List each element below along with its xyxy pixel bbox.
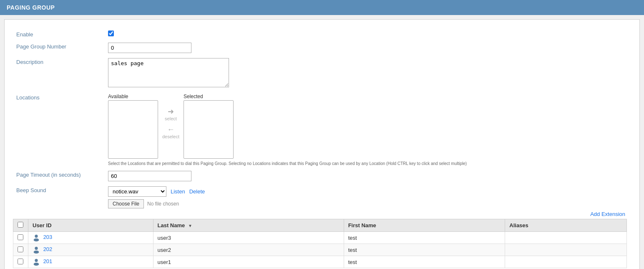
row-aliases bbox=[505, 244, 627, 256]
choose-file-button[interactable]: Choose File bbox=[108, 199, 144, 208]
table-row: 202 user2 test bbox=[13, 244, 627, 256]
add-extension-link[interactable]: Add Extension bbox=[590, 211, 625, 217]
svg-point-0 bbox=[35, 235, 38, 238]
svg-point-5 bbox=[34, 263, 39, 266]
table-header-row: User ID Last Name ▼ First Name Aliases bbox=[13, 219, 627, 232]
row-last-name: user2 bbox=[153, 244, 344, 256]
page-timeout-input[interactable] bbox=[108, 171, 191, 181]
header-aliases: Aliases bbox=[505, 219, 627, 232]
svg-point-1 bbox=[34, 239, 39, 241]
user-id-link[interactable]: 202 bbox=[43, 246, 53, 252]
available-locations-list[interactable] bbox=[108, 100, 158, 159]
page-timeout-row: Page Timeout (in seconds) bbox=[13, 168, 627, 184]
svg-point-3 bbox=[34, 251, 39, 254]
add-extension-row: Add Extension bbox=[13, 211, 627, 219]
svg-point-4 bbox=[35, 259, 38, 262]
page-group-number-row: Page Group Number bbox=[13, 40, 627, 56]
enable-cell bbox=[105, 28, 627, 40]
page-title: PAGING GROUP bbox=[7, 4, 55, 11]
available-list-col: Available bbox=[108, 94, 158, 159]
description-textarea[interactable]: sales page bbox=[108, 58, 229, 87]
row-aliases bbox=[505, 232, 627, 244]
description-cell: sales page bbox=[105, 56, 627, 91]
row-user-id: 201 bbox=[28, 256, 153, 268]
beep-sound-controls: notice.wav beep.wav bell.wav Listen Dele… bbox=[108, 186, 624, 197]
delete-beep-link[interactable]: Delete bbox=[189, 188, 205, 195]
beep-sound-row: Beep Sound notice.wav beep.wav bell.wav … bbox=[13, 184, 627, 211]
user-icon bbox=[33, 246, 40, 254]
enable-row: Enable bbox=[13, 28, 627, 40]
row-user-id: 202 bbox=[28, 244, 153, 256]
user-icon bbox=[33, 258, 40, 266]
header-first-name: First Name bbox=[344, 219, 505, 232]
row-checkbox[interactable] bbox=[18, 234, 23, 240]
select-button[interactable]: ➜ select bbox=[165, 107, 177, 121]
deselect-label: deselect bbox=[162, 134, 179, 139]
page-group-number-cell bbox=[105, 40, 627, 56]
table-row: 203 user3 test bbox=[13, 232, 627, 244]
main-content: Enable Page Group Number Description sal… bbox=[4, 19, 640, 269]
page-timeout-label: Page Timeout (in seconds) bbox=[13, 168, 105, 184]
right-arrow-icon: ➜ bbox=[168, 107, 174, 116]
user-icon bbox=[33, 234, 40, 241]
header-checkbox-cell bbox=[13, 219, 28, 232]
extensions-table-body: 203 user3 test 202 user2 test bbox=[13, 232, 627, 268]
no-file-label: No file chosen bbox=[147, 201, 179, 207]
description-label: Description bbox=[13, 56, 105, 91]
locations-row: Locations Available ➜ select bbox=[13, 91, 627, 168]
row-checkbox-cell bbox=[13, 244, 28, 256]
page-group-number-label: Page Group Number bbox=[13, 40, 105, 56]
row-last-name: user1 bbox=[153, 256, 344, 268]
beep-sound-label: Beep Sound bbox=[13, 184, 105, 211]
row-last-name: user3 bbox=[153, 232, 344, 244]
locations-cell: Available ➜ select ← deselect bbox=[105, 91, 627, 168]
row-first-name: test bbox=[344, 244, 505, 256]
page-timeout-cell bbox=[105, 168, 627, 184]
extensions-table: User ID Last Name ▼ First Name Aliases bbox=[13, 219, 627, 268]
header-checkbox[interactable] bbox=[18, 222, 23, 228]
enable-checkbox[interactable] bbox=[108, 30, 114, 36]
description-row: Description sales page bbox=[13, 56, 627, 91]
sort-arrow-icon: ▼ bbox=[188, 223, 192, 228]
available-label: Available bbox=[108, 94, 158, 99]
row-checkbox[interactable] bbox=[18, 246, 23, 252]
table-row: 201 user1 test bbox=[13, 256, 627, 268]
enable-label: Enable bbox=[13, 28, 105, 40]
selected-list-col: Selected bbox=[184, 94, 234, 159]
header-last-name[interactable]: Last Name ▼ bbox=[153, 219, 344, 232]
selected-locations-list[interactable] bbox=[184, 100, 234, 159]
form-table: Enable Page Group Number Description sal… bbox=[13, 28, 627, 211]
beep-sound-cell: notice.wav beep.wav bell.wav Listen Dele… bbox=[105, 184, 627, 211]
row-first-name: test bbox=[344, 256, 505, 268]
header-user-id: User ID bbox=[28, 219, 153, 232]
listen-link[interactable]: Listen bbox=[171, 188, 185, 195]
beep-sound-select[interactable]: notice.wav beep.wav bell.wav bbox=[108, 186, 166, 197]
locations-controls: ➜ select ← deselect bbox=[158, 94, 184, 152]
locations-hint: Select the Locations that are permitted … bbox=[108, 161, 483, 166]
locations-label: Locations bbox=[13, 91, 105, 168]
row-user-id: 203 bbox=[28, 232, 153, 244]
row-checkbox[interactable] bbox=[18, 259, 23, 264]
page-header: PAGING GROUP bbox=[0, 0, 644, 15]
user-id-link[interactable]: 201 bbox=[43, 258, 53, 264]
page-group-number-input[interactable] bbox=[108, 43, 191, 53]
select-label: select bbox=[165, 116, 177, 121]
deselect-button[interactable]: ← deselect bbox=[162, 125, 179, 139]
svg-point-2 bbox=[35, 247, 38, 250]
row-first-name: test bbox=[344, 232, 505, 244]
user-id-link[interactable]: 203 bbox=[43, 234, 53, 240]
row-aliases bbox=[505, 256, 627, 268]
row-checkbox-cell bbox=[13, 256, 28, 268]
row-checkbox-cell bbox=[13, 232, 28, 244]
selected-label: Selected bbox=[184, 94, 234, 99]
file-upload-row: Choose File No file chosen bbox=[108, 199, 624, 208]
left-arrow-icon: ← bbox=[167, 125, 174, 134]
